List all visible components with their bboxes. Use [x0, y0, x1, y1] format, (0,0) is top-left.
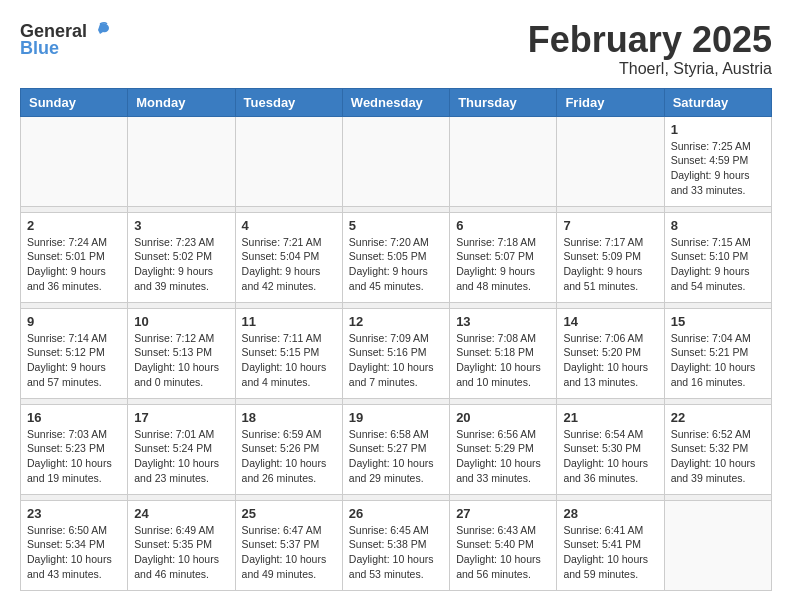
calendar-cell-w0-d2	[235, 116, 342, 206]
day-info: Sunrise: 7:21 AM Sunset: 5:04 PM Dayligh…	[242, 235, 336, 294]
day-info: Sunrise: 6:41 AM Sunset: 5:41 PM Dayligh…	[563, 523, 657, 582]
header-sunday: Sunday	[21, 88, 128, 116]
calendar-cell-w1-d1: 3Sunrise: 7:23 AM Sunset: 5:02 PM Daylig…	[128, 212, 235, 302]
day-info: Sunrise: 7:01 AM Sunset: 5:24 PM Dayligh…	[134, 427, 228, 486]
day-info: Sunrise: 7:14 AM Sunset: 5:12 PM Dayligh…	[27, 331, 121, 390]
day-info: Sunrise: 6:50 AM Sunset: 5:34 PM Dayligh…	[27, 523, 121, 582]
day-info: Sunrise: 6:45 AM Sunset: 5:38 PM Dayligh…	[349, 523, 443, 582]
day-info: Sunrise: 7:15 AM Sunset: 5:10 PM Dayligh…	[671, 235, 765, 294]
day-info: Sunrise: 6:52 AM Sunset: 5:32 PM Dayligh…	[671, 427, 765, 486]
day-info: Sunrise: 7:17 AM Sunset: 5:09 PM Dayligh…	[563, 235, 657, 294]
day-info: Sunrise: 7:18 AM Sunset: 5:07 PM Dayligh…	[456, 235, 550, 294]
day-info: Sunrise: 7:25 AM Sunset: 4:59 PM Dayligh…	[671, 139, 765, 198]
day-number: 14	[563, 314, 657, 329]
day-number: 11	[242, 314, 336, 329]
day-info: Sunrise: 6:59 AM Sunset: 5:26 PM Dayligh…	[242, 427, 336, 486]
day-number: 17	[134, 410, 228, 425]
calendar-cell-w2-d4: 13Sunrise: 7:08 AM Sunset: 5:18 PM Dayli…	[450, 308, 557, 398]
day-number: 7	[563, 218, 657, 233]
logo-blue-text: Blue	[20, 38, 59, 59]
calendar-table: Sunday Monday Tuesday Wednesday Thursday…	[20, 88, 772, 591]
day-number: 5	[349, 218, 443, 233]
calendar-cell-w3-d4: 20Sunrise: 6:56 AM Sunset: 5:29 PM Dayli…	[450, 404, 557, 494]
calendar-cell-w1-d4: 6Sunrise: 7:18 AM Sunset: 5:07 PM Daylig…	[450, 212, 557, 302]
calendar-cell-w1-d5: 7Sunrise: 7:17 AM Sunset: 5:09 PM Daylig…	[557, 212, 664, 302]
calendar-cell-w0-d4	[450, 116, 557, 206]
calendar-cell-w4-d5: 28Sunrise: 6:41 AM Sunset: 5:41 PM Dayli…	[557, 500, 664, 590]
logo-bird-icon	[89, 20, 111, 42]
day-info: Sunrise: 6:49 AM Sunset: 5:35 PM Dayligh…	[134, 523, 228, 582]
location-subtitle: Thoerl, Styria, Austria	[528, 60, 772, 78]
calendar-cell-w2-d6: 15Sunrise: 7:04 AM Sunset: 5:21 PM Dayli…	[664, 308, 771, 398]
title-block: February 2025 Thoerl, Styria, Austria	[528, 20, 772, 78]
calendar-cell-w4-d2: 25Sunrise: 6:47 AM Sunset: 5:37 PM Dayli…	[235, 500, 342, 590]
logo: General Blue	[20, 20, 111, 59]
calendar-cell-w3-d5: 21Sunrise: 6:54 AM Sunset: 5:30 PM Dayli…	[557, 404, 664, 494]
page-container: General Blue February 2025 Thoerl, Styri…	[20, 20, 772, 591]
calendar-cell-w0-d3	[342, 116, 449, 206]
header: General Blue February 2025 Thoerl, Styri…	[20, 20, 772, 78]
day-info: Sunrise: 6:56 AM Sunset: 5:29 PM Dayligh…	[456, 427, 550, 486]
day-number: 18	[242, 410, 336, 425]
day-info: Sunrise: 7:04 AM Sunset: 5:21 PM Dayligh…	[671, 331, 765, 390]
calendar-cell-w1-d2: 4Sunrise: 7:21 AM Sunset: 5:04 PM Daylig…	[235, 212, 342, 302]
day-number: 26	[349, 506, 443, 521]
calendar-cell-w2-d3: 12Sunrise: 7:09 AM Sunset: 5:16 PM Dayli…	[342, 308, 449, 398]
calendar-cell-w2-d2: 11Sunrise: 7:11 AM Sunset: 5:15 PM Dayli…	[235, 308, 342, 398]
day-info: Sunrise: 7:03 AM Sunset: 5:23 PM Dayligh…	[27, 427, 121, 486]
calendar-cell-w1-d0: 2Sunrise: 7:24 AM Sunset: 5:01 PM Daylig…	[21, 212, 128, 302]
calendar-cell-w3-d0: 16Sunrise: 7:03 AM Sunset: 5:23 PM Dayli…	[21, 404, 128, 494]
day-info: Sunrise: 7:09 AM Sunset: 5:16 PM Dayligh…	[349, 331, 443, 390]
calendar-cell-w3-d2: 18Sunrise: 6:59 AM Sunset: 5:26 PM Dayli…	[235, 404, 342, 494]
calendar-cell-w0-d5	[557, 116, 664, 206]
header-wednesday: Wednesday	[342, 88, 449, 116]
calendar-cell-w2-d0: 9Sunrise: 7:14 AM Sunset: 5:12 PM Daylig…	[21, 308, 128, 398]
day-info: Sunrise: 7:23 AM Sunset: 5:02 PM Dayligh…	[134, 235, 228, 294]
day-info: Sunrise: 6:58 AM Sunset: 5:27 PM Dayligh…	[349, 427, 443, 486]
month-year-title: February 2025	[528, 20, 772, 60]
calendar-cell-w4-d4: 27Sunrise: 6:43 AM Sunset: 5:40 PM Dayli…	[450, 500, 557, 590]
week-row-4: 16Sunrise: 7:03 AM Sunset: 5:23 PM Dayli…	[21, 404, 772, 494]
day-number: 27	[456, 506, 550, 521]
header-tuesday: Tuesday	[235, 88, 342, 116]
day-number: 16	[27, 410, 121, 425]
calendar-cell-w3-d1: 17Sunrise: 7:01 AM Sunset: 5:24 PM Dayli…	[128, 404, 235, 494]
day-info: Sunrise: 6:54 AM Sunset: 5:30 PM Dayligh…	[563, 427, 657, 486]
day-number: 15	[671, 314, 765, 329]
day-info: Sunrise: 7:24 AM Sunset: 5:01 PM Dayligh…	[27, 235, 121, 294]
day-number: 13	[456, 314, 550, 329]
weekday-header-row: Sunday Monday Tuesday Wednesday Thursday…	[21, 88, 772, 116]
calendar-cell-w1-d6: 8Sunrise: 7:15 AM Sunset: 5:10 PM Daylig…	[664, 212, 771, 302]
calendar-cell-w2-d5: 14Sunrise: 7:06 AM Sunset: 5:20 PM Dayli…	[557, 308, 664, 398]
day-number: 8	[671, 218, 765, 233]
day-number: 3	[134, 218, 228, 233]
day-info: Sunrise: 7:08 AM Sunset: 5:18 PM Dayligh…	[456, 331, 550, 390]
calendar-cell-w0-d6: 1Sunrise: 7:25 AM Sunset: 4:59 PM Daylig…	[664, 116, 771, 206]
calendar-cell-w3-d3: 19Sunrise: 6:58 AM Sunset: 5:27 PM Dayli…	[342, 404, 449, 494]
day-info: Sunrise: 7:06 AM Sunset: 5:20 PM Dayligh…	[563, 331, 657, 390]
header-thursday: Thursday	[450, 88, 557, 116]
day-number: 10	[134, 314, 228, 329]
day-info: Sunrise: 7:20 AM Sunset: 5:05 PM Dayligh…	[349, 235, 443, 294]
week-row-1: 1Sunrise: 7:25 AM Sunset: 4:59 PM Daylig…	[21, 116, 772, 206]
day-number: 2	[27, 218, 121, 233]
week-row-5: 23Sunrise: 6:50 AM Sunset: 5:34 PM Dayli…	[21, 500, 772, 590]
day-number: 22	[671, 410, 765, 425]
calendar-cell-w0-d1	[128, 116, 235, 206]
day-number: 20	[456, 410, 550, 425]
day-number: 19	[349, 410, 443, 425]
day-number: 25	[242, 506, 336, 521]
week-row-3: 9Sunrise: 7:14 AM Sunset: 5:12 PM Daylig…	[21, 308, 772, 398]
calendar-cell-w4-d0: 23Sunrise: 6:50 AM Sunset: 5:34 PM Dayli…	[21, 500, 128, 590]
week-row-2: 2Sunrise: 7:24 AM Sunset: 5:01 PM Daylig…	[21, 212, 772, 302]
day-info: Sunrise: 6:43 AM Sunset: 5:40 PM Dayligh…	[456, 523, 550, 582]
calendar-cell-w1-d3: 5Sunrise: 7:20 AM Sunset: 5:05 PM Daylig…	[342, 212, 449, 302]
day-number: 12	[349, 314, 443, 329]
day-info: Sunrise: 7:12 AM Sunset: 5:13 PM Dayligh…	[134, 331, 228, 390]
day-number: 9	[27, 314, 121, 329]
calendar-cell-w3-d6: 22Sunrise: 6:52 AM Sunset: 5:32 PM Dayli…	[664, 404, 771, 494]
day-number: 28	[563, 506, 657, 521]
calendar-cell-w0-d0	[21, 116, 128, 206]
day-number: 24	[134, 506, 228, 521]
day-number: 23	[27, 506, 121, 521]
